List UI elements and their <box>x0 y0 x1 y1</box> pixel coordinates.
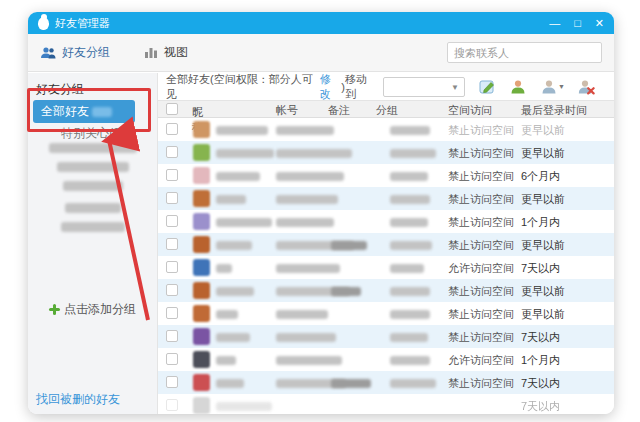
add-group-button[interactable]: 点击添加分组 <box>28 301 157 318</box>
col-account[interactable]: 帐号 <box>276 103 298 118</box>
row-checkbox[interactable] <box>166 307 178 319</box>
row-checkbox[interactable] <box>166 376 178 388</box>
recover-deleted-friends-link[interactable]: 找回被删的好友 <box>36 391 120 408</box>
nickname-redacted <box>216 264 232 273</box>
table-row[interactable]: 禁止访问空间7天以内 <box>158 371 614 394</box>
table-row[interactable]: 允许访问空间1个月内 <box>158 348 614 371</box>
sidebar-group-redacted[interactable] <box>65 203 121 213</box>
table-row[interactable]: 禁止访问空间更早以前 <box>158 233 614 256</box>
table-row[interactable]: 禁止访问空间更早以前 <box>158 141 614 164</box>
sidebar-group-redacted[interactable] <box>61 222 125 232</box>
table-row[interactable]: 禁止访问空间7天以内 <box>158 325 614 348</box>
row-checkbox[interactable] <box>166 284 178 296</box>
avatar <box>193 305 210 322</box>
search-input[interactable] <box>447 42 602 63</box>
edit-remark-icon[interactable] <box>479 78 497 95</box>
close-button[interactable]: ✕ <box>595 12 604 34</box>
row-checkbox[interactable] <box>166 261 178 273</box>
group-redacted <box>390 264 424 273</box>
nickname-redacted <box>216 195 246 204</box>
nickname-redacted <box>216 218 272 227</box>
space-access-value: 禁止访问空间 <box>448 330 514 345</box>
nickname-redacted <box>216 356 236 365</box>
friend-groups-label: 好友分组 <box>62 44 110 61</box>
minimize-button[interactable]: — <box>549 12 560 34</box>
table-row[interactable]: 禁止访问空间1个月内 <box>158 210 614 233</box>
sidebar-group-redacted[interactable] <box>49 143 137 153</box>
space-access-value: 禁止访问空间 <box>448 192 514 207</box>
table-row[interactable]: 禁止访问空间6个月内 <box>158 164 614 187</box>
add-friend-icon[interactable] <box>510 78 528 95</box>
avatar <box>193 167 210 184</box>
col-group[interactable]: 分组 <box>376 103 398 118</box>
row-checkbox[interactable] <box>166 169 178 181</box>
avatar <box>193 213 210 230</box>
last-login-value: 7天以内 <box>521 330 560 345</box>
select-all-checkbox[interactable] <box>166 103 178 115</box>
account-redacted <box>276 218 334 227</box>
account-redacted <box>276 149 352 158</box>
row-checkbox[interactable] <box>166 123 178 135</box>
space-access-value: 禁止访问空间 <box>448 238 514 253</box>
last-login-value: 1个月内 <box>521 215 560 230</box>
col-last-login[interactable]: 最后登录时间 <box>521 103 587 118</box>
table-row[interactable]: 允许访问空间7天以内 <box>158 256 614 279</box>
col-space-access[interactable]: 空间访问 <box>448 103 492 118</box>
avatar <box>193 236 210 253</box>
chevron-down-icon: ▼ <box>558 83 565 90</box>
last-login-value: 7天以内 <box>521 376 560 391</box>
group-redacted <box>390 333 428 342</box>
table-row[interactable]: 7天以内 <box>158 394 614 414</box>
table-row[interactable]: 禁止访问空间更早以前 <box>158 279 614 302</box>
action-bar: 全部好友(空间权限：部分人可见 修改 ) 移动到 ▼ <box>158 73 614 100</box>
people-icon <box>40 46 56 60</box>
titlebar: 好友管理器 — □ ✕ <box>28 12 614 34</box>
space-access-value: 禁止访问空间 <box>448 123 514 138</box>
modify-permission-link[interactable]: 修改 <box>320 72 341 102</box>
row-checkbox[interactable] <box>166 399 178 411</box>
note-redacted <box>331 379 371 388</box>
space-access-value: 禁止访问空间 <box>448 169 514 184</box>
last-login-value: 6个月内 <box>521 169 560 184</box>
maximize-button[interactable]: □ <box>574 12 581 34</box>
group-redacted <box>390 218 428 227</box>
view-label: 视图 <box>164 44 188 61</box>
friend-settings-icon[interactable]: ▼ <box>541 78 565 95</box>
friend-list-panel: 全部好友(空间权限：部分人可见 修改 ) 移动到 ▼ <box>158 73 614 414</box>
last-login-value: 更早以前 <box>521 146 565 161</box>
space-access-value: 禁止访问空间 <box>448 307 514 322</box>
row-checkbox[interactable] <box>166 192 178 204</box>
table-row[interactable]: 禁止访问空间更早以前 <box>158 302 614 325</box>
view-button[interactable]: 视图 <box>144 44 188 61</box>
nickname-redacted <box>216 149 274 158</box>
friend-table-body: 禁止访问空间更早以前禁止访问空间更早以前禁止访问空间6个月内禁止访问空间更早以前… <box>158 118 614 414</box>
last-login-value: 更早以前 <box>521 238 565 253</box>
table-row[interactable]: 禁止访问空间更早以前 <box>158 118 614 141</box>
last-login-value: 更早以前 <box>521 123 565 138</box>
move-to-dropdown[interactable]: ▼ <box>383 77 465 97</box>
table-row[interactable]: 禁止访问空间更早以前 <box>158 187 614 210</box>
delete-friend-icon[interactable] <box>578 78 596 95</box>
friend-groups-button[interactable]: 好友分组 <box>40 44 110 61</box>
avatar <box>193 397 210 414</box>
account-redacted <box>276 195 338 204</box>
row-checkbox[interactable] <box>166 146 178 158</box>
avatar <box>193 282 210 299</box>
last-login-value: 1个月内 <box>521 353 560 368</box>
row-checkbox[interactable] <box>166 238 178 250</box>
account-redacted <box>276 264 340 273</box>
row-checkbox[interactable] <box>166 215 178 227</box>
account-redacted <box>276 333 336 342</box>
row-checkbox[interactable] <box>166 353 178 365</box>
avatar <box>193 259 210 276</box>
sidebar-group-redacted[interactable] <box>63 181 123 191</box>
annotation-highlight-box <box>27 88 151 132</box>
col-note[interactable]: 备注 <box>328 103 350 118</box>
nickname-redacted <box>216 310 238 319</box>
nickname-redacted <box>216 402 272 411</box>
add-group-label: 点击添加分组 <box>64 301 136 318</box>
last-login-value: 更早以前 <box>521 284 565 299</box>
avatar <box>193 190 210 207</box>
row-checkbox[interactable] <box>166 330 178 342</box>
sidebar-group-redacted[interactable] <box>57 162 129 172</box>
